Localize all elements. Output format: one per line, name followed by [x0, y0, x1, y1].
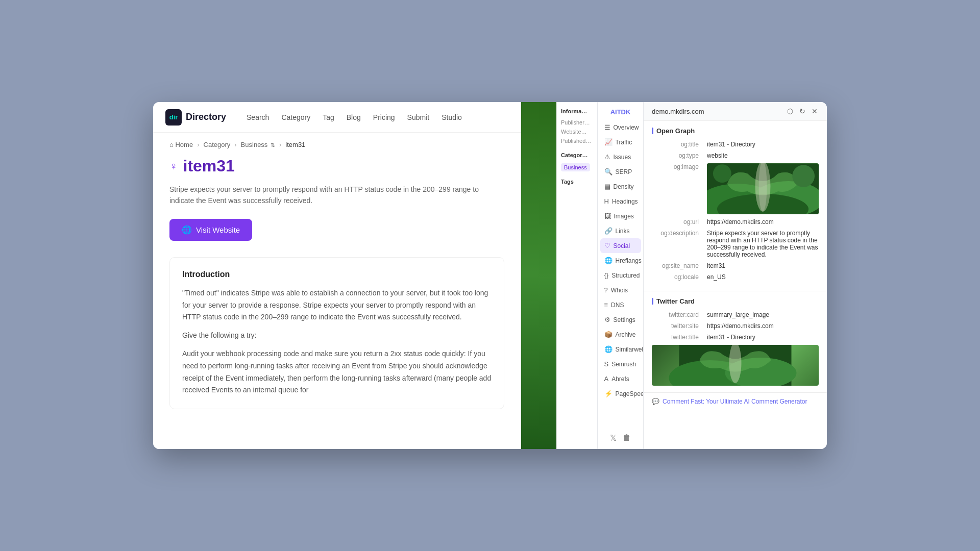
sidebar-archive[interactable]: 📦 Archive [600, 327, 641, 342]
og-image-value [707, 163, 819, 214]
sidebar-serp[interactable]: 🔍 SERP [600, 164, 641, 179]
nav-submit[interactable]: Submit [407, 113, 430, 121]
info-panel-title: Informa… [561, 108, 593, 114]
whois-label: Whois [611, 287, 628, 294]
headings-icon: H [604, 197, 609, 205]
sidebar-traffic[interactable]: 📈 Traffic [600, 135, 641, 149]
sidebar-images[interactable]: 🖼 Images [600, 209, 641, 223]
breadcrumb: ⌂ Home › Category › Business ⇅ › item31 [153, 133, 521, 157]
nav-studio[interactable]: Studio [442, 113, 462, 121]
item-icon: ♀ [169, 160, 178, 173]
overview-icon: ☰ [604, 123, 610, 131]
social-label: Social [614, 242, 630, 249]
archive-icon: 📦 [604, 331, 612, 338]
sidebar-semrush[interactable]: S Semrush [600, 357, 641, 371]
sidebar-similarweb[interactable]: 🌐 Similarweb [600, 342, 641, 357]
sidebar-overview[interactable]: ☰ Overview [600, 120, 641, 135]
og-type-key: og:type [652, 152, 703, 159]
og-url-key: og:url [652, 218, 703, 226]
sidebar-social[interactable]: ♡ Social [600, 238, 641, 253]
twitter-icon[interactable]: 𝕏 [610, 433, 617, 443]
archive-label: Archive [616, 331, 636, 338]
introduction-para3: Audit your webhook processing code and m… [182, 348, 492, 396]
structured-icon: {} [604, 271, 609, 279]
visit-website-button[interactable]: 🌐 Visit Website [169, 219, 252, 241]
semrush-icon: S [604, 360, 609, 368]
dns-label: DNS [611, 302, 624, 309]
settings-label: Settings [614, 316, 635, 323]
website-label: Website… [561, 129, 593, 135]
twitter-image-preview [652, 345, 819, 386]
nav-pricing[interactable]: Pricing [373, 113, 395, 121]
sidebar-issues[interactable]: ⚠ Issues [600, 149, 641, 164]
twitter-site-key: twitter:site [652, 322, 703, 330]
logo-icon: dir [165, 109, 182, 126]
og-url-value: https://demo.mkdirs.com [707, 218, 819, 226]
og-image-preview [707, 163, 819, 214]
comment-fast-link[interactable]: Comment Fast: Your Ultimate AI Comment G… [663, 398, 807, 405]
nav-blog[interactable]: Blog [347, 113, 361, 121]
twitter-card-section: Twitter Card twitter:card summary_large_… [644, 291, 827, 392]
open-graph-section: Open Graph og:title item31 - Directory o… [644, 121, 827, 291]
twitter-card-value: summary_large_image [707, 311, 819, 318]
dns-icon: ≡ [604, 301, 608, 309]
sidebar-bottom-icons: 𝕏 🗑 [604, 427, 637, 449]
density-label: Density [614, 183, 634, 190]
sidebar-headings[interactable]: H Headings [600, 194, 641, 209]
nav-search[interactable]: Search [247, 113, 269, 121]
density-icon: ▤ [604, 183, 610, 190]
breadcrumb-item31: item31 [285, 141, 305, 148]
sidebar-density[interactable]: ▤ Density [600, 179, 641, 194]
new-tab-button[interactable]: ⬡ [786, 106, 794, 116]
semrush-label: Semrush [611, 361, 636, 368]
sidebar-links[interactable]: 🔗 Links [600, 223, 641, 238]
sidebar-pagespeed[interactable]: ⚡ PageSpeed [600, 386, 641, 401]
twitter-card-title: Twitter Card [652, 297, 819, 305]
logo-area[interactable]: dir Directory [165, 109, 226, 126]
comment-fast-bar[interactable]: 💬 Comment Fast: Your Ultimate AI Comment… [644, 392, 827, 410]
og-description-row: og:description Stripe expects your serve… [652, 230, 819, 258]
links-icon: 🔗 [604, 227, 612, 235]
twitter-title-key: twitter:title [652, 334, 703, 341]
item-title-area: ♀ item31 [169, 157, 504, 176]
sidebar-dns[interactable]: ≡ DNS [600, 297, 641, 312]
twitter-card-row: twitter:card summary_large_image [652, 311, 819, 318]
breadcrumb-category[interactable]: Category [204, 141, 231, 148]
traffic-icon: 📈 [604, 138, 612, 146]
breadcrumb-business[interactable]: Business ⇅ [241, 141, 275, 148]
tags-panel-title: Tags [561, 179, 593, 185]
issues-icon: ⚠ [604, 153, 610, 161]
links-label: Links [616, 228, 630, 235]
og-panel-url: demo.mkdirs.com [652, 108, 704, 115]
delete-icon[interactable]: 🗑 [623, 433, 631, 443]
publisher-label: Publisher… [561, 119, 593, 126]
nav-category[interactable]: Category [281, 113, 310, 121]
overview-label: Overview [614, 124, 639, 131]
similarweb-icon: 🌐 [604, 345, 612, 353]
og-locale-key: og:locale [652, 273, 703, 281]
og-title-value: item31 - Directory [707, 141, 819, 148]
headings-label: Headings [612, 198, 638, 205]
refresh-button[interactable]: ↻ [798, 106, 806, 116]
og-locale-row: og:locale en_US [652, 273, 819, 281]
breadcrumb-home[interactable]: ⌂ Home [169, 141, 193, 148]
sidebar-whois[interactable]: ? Whois [600, 283, 641, 297]
whois-icon: ? [604, 286, 608, 294]
pagespeed-icon: ⚡ [604, 390, 612, 397]
breadcrumb-sep-3: › [279, 141, 281, 148]
item-heading: item31 [183, 157, 235, 176]
close-panel-button[interactable]: ✕ [811, 106, 819, 116]
svg-point-7 [792, 165, 815, 187]
aitdk-title: AITDK [610, 108, 631, 116]
logo-text: Directory [186, 112, 226, 122]
category-panel-title: Categor… [561, 152, 593, 158]
nav-tag[interactable]: Tag [323, 113, 334, 121]
site-content: dir Directory Search Category Tag Blog P… [153, 102, 521, 449]
sidebar-structured[interactable]: {} Structured [600, 268, 641, 283]
og-site-name-row: og:site_name item31 [652, 262, 819, 269]
sidebar-ahrefs[interactable]: A Ahrefs [600, 371, 641, 386]
hreflangs-label: Hreflangs [616, 257, 642, 264]
sidebar-settings[interactable]: ⚙ Settings [600, 312, 641, 327]
serp-label: SERP [616, 168, 632, 176]
sidebar-hreflangs[interactable]: 🌐 Hreflangs [600, 253, 641, 268]
